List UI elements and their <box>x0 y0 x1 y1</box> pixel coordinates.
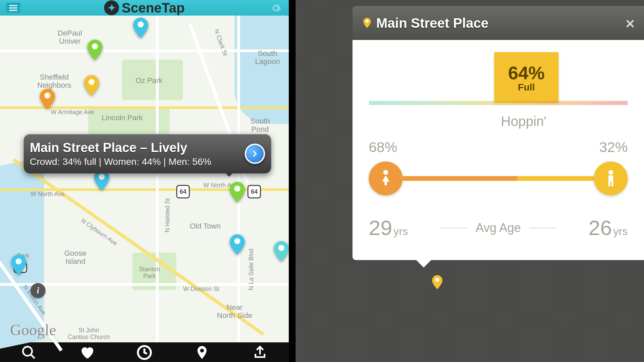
pin-icon <box>363 17 371 29</box>
map-label: South Pond <box>250 117 270 133</box>
map-label: W Division St <box>183 286 219 293</box>
map-label: Oz Park <box>136 77 162 85</box>
map-label: Goose Island <box>64 249 86 265</box>
card-header: Main Street Place ✕ <box>353 6 644 40</box>
callout-title: Main Street Place – Lively <box>30 141 245 155</box>
callout-subtitle: Crowd: 34% full | Women: 44% | Men: 56% <box>30 156 245 167</box>
map-info-button[interactable]: i <box>31 283 45 298</box>
road-lasalle <box>237 16 240 342</box>
age-row: 29yrs Avg Age 26yrs <box>369 216 628 240</box>
fullness-label: Full <box>518 82 535 93</box>
map-pin-active[interactable] <box>228 181 246 204</box>
map-label: W North Ave <box>31 191 65 198</box>
map-label: Lincoln Park <box>102 114 143 122</box>
female-percent: 68% <box>369 139 397 155</box>
map-label: Stanton Park <box>139 266 160 280</box>
fullness-spectrum <box>369 101 628 105</box>
map-pin[interactable] <box>39 88 56 110</box>
map-label: South Lagoon <box>255 49 280 66</box>
fullness-percent: 64% <box>508 62 545 83</box>
road-halsted <box>156 16 159 342</box>
status-label: Hoppin' <box>420 114 628 129</box>
chevron-right-icon <box>250 149 260 158</box>
nav-search-icon[interactable] <box>21 345 37 362</box>
compass-icon: ✦ <box>104 0 119 15</box>
gender-bar <box>403 176 594 181</box>
card-title: Main Street Place <box>376 16 488 31</box>
map-pin[interactable] <box>273 240 290 263</box>
fullness-badge: 64% Full <box>494 52 559 103</box>
menu-button[interactable] <box>6 3 20 13</box>
map-label: Old Town <box>190 222 221 230</box>
avg-age-label: Avg Age <box>440 221 556 235</box>
svg-rect-7 <box>608 182 610 186</box>
nav-share-icon[interactable] <box>252 345 268 362</box>
map-view[interactable]: DePaul Univer Sheffield Neighbors Oz Par… <box>0 16 289 342</box>
map-pin[interactable] <box>86 39 104 61</box>
nav-scene-icon[interactable] <box>137 345 152 362</box>
female-age: 29yrs <box>369 216 408 240</box>
map-pin[interactable] <box>10 254 27 276</box>
svg-point-5 <box>608 170 613 175</box>
map-label: St John Cantius Church <box>68 327 110 341</box>
card-anchor-pin <box>431 274 443 292</box>
map-pin[interactable] <box>83 74 100 97</box>
map-attribution: Google <box>10 321 56 339</box>
svg-rect-6 <box>608 175 613 182</box>
svg-line-2 <box>31 355 35 359</box>
male-age: 26yrs <box>588 216 628 240</box>
detail-panel: Main Street Place ✕ 64% Full Hoppin' 68%… <box>291 0 644 362</box>
app-header: ✦ SceneTap <box>0 0 289 16</box>
female-icon <box>369 162 403 195</box>
svg-point-1 <box>23 347 32 356</box>
route-shield: 64 <box>176 185 190 198</box>
card-pointer <box>416 260 431 275</box>
road-minor-1 <box>0 49 289 52</box>
male-percent: 32% <box>599 139 628 155</box>
nav-location-icon[interactable] <box>194 345 210 362</box>
map-label: W Armitage Ave <box>51 109 94 116</box>
app-logo: ✦ SceneTap <box>104 0 185 16</box>
map-pin[interactable] <box>228 234 246 256</box>
venue-card: Main Street Place ✕ 64% Full Hoppin' 68%… <box>353 6 644 275</box>
map-label: N Halsted St <box>164 198 171 232</box>
app-title: SceneTap <box>122 0 185 16</box>
callout-arrow-button[interactable] <box>245 144 265 164</box>
route-shield: 64 <box>247 185 261 198</box>
card-body: 64% Full Hoppin' 68% 32% 29yrs <box>353 40 644 260</box>
map-label: Sheffield Neighbors <box>37 73 71 89</box>
map-label: DePaul Univer <box>58 29 82 45</box>
phone-map-screen: ✦ SceneTap DePaul Univer Sheffield Neigh… <box>0 0 291 362</box>
settings-button[interactable] <box>270 3 281 16</box>
map-label: N La Salle Blvd <box>248 249 255 290</box>
nav-favorites-icon[interactable] <box>79 345 95 362</box>
gender-ratio-bar <box>369 162 628 195</box>
svg-point-4 <box>383 170 388 175</box>
bottom-nav <box>0 342 289 362</box>
svg-rect-8 <box>611 182 613 186</box>
male-icon <box>594 162 628 195</box>
venue-callout[interactable]: Main Street Place – Lively Crowd: 34% fu… <box>24 134 271 173</box>
map-label: Near North Side <box>217 303 252 320</box>
map-pin[interactable] <box>132 17 149 39</box>
close-button[interactable]: ✕ <box>625 17 635 31</box>
